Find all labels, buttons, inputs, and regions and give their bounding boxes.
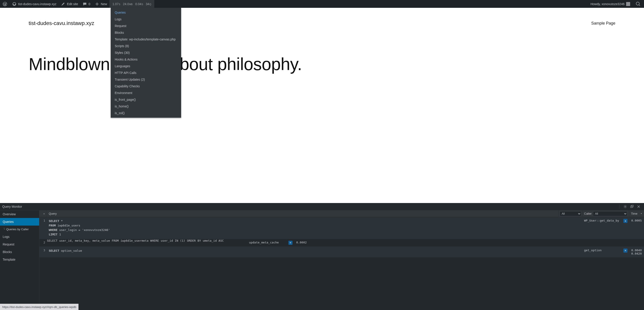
menu-sample-page[interactable]: Sample Page <box>591 21 616 26</box>
dropdown-item-ssl[interactable]: is_ssl() <box>111 110 181 116</box>
filter-component-select[interactable]: All <box>560 211 581 216</box>
edit-site-link[interactable]: Edit site <box>58 0 80 8</box>
new-label: New <box>101 2 107 6</box>
sidebar-item-logs[interactable]: Logs <box>0 233 39 241</box>
expand-caller-button[interactable]: + <box>624 219 628 223</box>
qm-title: Query Monitor <box>2 205 22 208</box>
comments-link[interactable]: 0 <box>80 0 92 8</box>
table-row: 2 SELECT user_id, meta_key, meta_value F… <box>39 239 644 247</box>
dropdown-item-languages[interactable]: Languages <box>111 63 181 69</box>
query-monitor-panel: Query Monitor Overview Queries Queries b… <box>0 203 644 310</box>
query-monitor-dropdown: Queries Logs Request Blocks Template: wp… <box>111 8 181 118</box>
sidebar-item-blocks[interactable]: Blocks <box>0 248 39 256</box>
sidebar-item-template[interactable]: Template <box>0 256 39 263</box>
avatar <box>626 2 630 6</box>
dropdown-item-request[interactable]: Request <box>111 22 181 29</box>
dropdown-item-queries[interactable]: Queries <box>111 9 181 16</box>
col-num[interactable]: ▲ <box>39 210 47 217</box>
row-num: 3 <box>39 247 47 257</box>
col-filter-component: All <box>559 210 582 217</box>
svg-point-0 <box>625 206 626 207</box>
row-time: 0.0002 <box>294 239 309 247</box>
adminbar-search[interactable] <box>632 0 644 8</box>
plus-icon <box>95 2 99 6</box>
stat-time1: 1.07S <box>112 2 120 6</box>
expand-caller-button[interactable]: + <box>624 249 628 253</box>
svg-rect-1 <box>630 206 632 208</box>
site-name-text: tist-dudes-cavu.instawp.xyz <box>18 2 56 6</box>
caller-label: Caller <box>584 212 592 215</box>
sidebar-item-queries[interactable]: Queries <box>0 218 39 226</box>
dashboard-icon <box>12 2 16 6</box>
comments-count: 0 <box>88 2 90 6</box>
dropdown-item-template[interactable]: Template: wp-includes/template-canvas.ph… <box>111 36 181 43</box>
wp-admin-bar: tist-dudes-cavu.instawp.xyz Edit site 0 … <box>0 0 644 8</box>
table-body: 1 SELECT * FROM iwp6d1e_users WHERE user… <box>39 217 644 310</box>
dropdown-item-hooks[interactable]: Hooks & Actions <box>111 56 181 63</box>
sidebar-item-request[interactable]: Request <box>0 241 39 248</box>
col-time[interactable]: Time ▼ <box>629 210 644 217</box>
wordpress-icon <box>3 2 7 6</box>
status-url: https://tist-dudes-cavu.instawp.xyz/#qm-… <box>2 305 76 309</box>
close-icon[interactable] <box>637 205 640 208</box>
page-content: tist-dudes-cavu.instawp.xyz Sample Page … <box>0 8 644 74</box>
expand-caller-button[interactable]: + <box>288 241 292 245</box>
howdy-text: Howdy, xonovutoze3246 <box>590 2 624 6</box>
browser-status-bar: https://tist-dudes-cavu.instawp.xyz/#qm-… <box>0 304 78 310</box>
search-icon <box>636 2 640 6</box>
row-sql: SELECT user_id, meta_key, meta_value FRO… <box>47 239 224 247</box>
comment-icon <box>82 2 87 6</box>
qm-queries-table: ▲ Query All Caller All Time ▼ 1 SELECT *… <box>39 210 644 310</box>
wp-logo[interactable] <box>0 0 10 8</box>
pencil-icon <box>61 2 65 6</box>
dropdown-item-blocks[interactable]: Blocks <box>111 29 181 36</box>
row-caller: get_option + <box>582 247 629 257</box>
qm-titlebar: Query Monitor <box>0 203 644 210</box>
edit-site-label: Edit site <box>67 2 78 6</box>
row-sql: SELECT option_value <box>47 247 559 257</box>
row-sql: SELECT * FROM iwp6d1e_users WHERE user_l… <box>47 217 559 239</box>
dropdown-item-caps[interactable]: Capability Checks <box>111 83 181 90</box>
titlebar-separator <box>619 204 620 209</box>
dropdown-item-styles[interactable]: Styles (30) <box>111 49 181 56</box>
sidebar-item-overview[interactable]: Overview <box>0 210 39 218</box>
table-row: 1 SELECT * FROM iwp6d1e_users WHERE user… <box>39 217 644 239</box>
gear-icon[interactable] <box>624 205 627 208</box>
row-num: 1 <box>39 217 47 239</box>
col-query[interactable]: Query <box>47 210 559 217</box>
site-title[interactable]: tist-dudes-cavu.instawp.xyz <box>28 20 94 26</box>
dropdown-item-http[interactable]: HTTP API Calls <box>111 69 181 76</box>
svg-rect-2 <box>632 205 633 207</box>
filter-caller-select[interactable]: All <box>593 211 627 216</box>
dropdown-item-frontpage[interactable]: is_front_page() <box>111 96 181 103</box>
stat-queries: 34Q <box>146 2 151 6</box>
qm-sidebar: Overview Queries Queries by Caller Logs … <box>0 210 39 310</box>
dropdown-item-env[interactable]: Environment <box>111 90 181 96</box>
dropdown-item-transients[interactable]: Transient Updates (2) <box>111 76 181 83</box>
dropdown-item-logs[interactable]: Logs <box>111 16 181 22</box>
dropdown-item-scripts[interactable]: Scripts (8) <box>111 43 181 49</box>
row-caller: update_meta_cache + <box>247 239 294 247</box>
new-content-link[interactable]: New <box>92 0 109 8</box>
dropdown-item-home[interactable]: is_home() <box>111 103 181 110</box>
howdy-account[interactable]: Howdy, xonovutoze3246 <box>588 0 632 8</box>
sidebar-item-queries-by-caller[interactable]: Queries by Caller <box>0 226 39 233</box>
popout-icon[interactable] <box>630 205 634 208</box>
stat-mem: 24.0MB <box>123 2 132 6</box>
row-time: 0.0005 <box>629 217 644 239</box>
table-header: ▲ Query All Caller All Time ▼ <box>39 210 644 217</box>
query-monitor-stats[interactable]: 1.07S 24.0MB 0.04S 34Q <box>109 0 154 8</box>
stat-time2: 0.04S <box>135 2 143 6</box>
col-caller: Caller All <box>582 210 629 217</box>
row-caller: WP_User::get_data_by + <box>582 217 629 239</box>
row-num: 2 <box>39 239 47 247</box>
table-row: 3 SELECT option_value get_option + 0.004… <box>39 247 644 257</box>
row-time: 0.00400.0420 <box>629 247 644 257</box>
site-name-link[interactable]: tist-dudes-cavu.instawp.xyz <box>10 0 58 8</box>
